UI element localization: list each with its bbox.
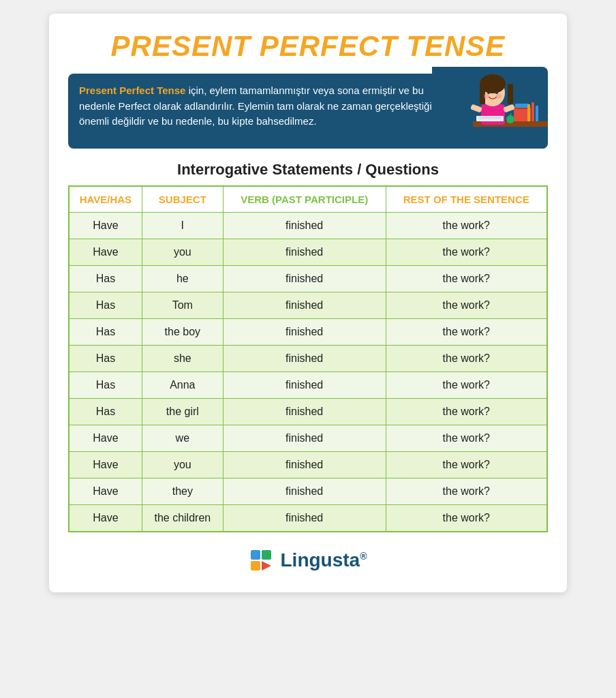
page-title: PRESENT PERFECT TENSE [68,30,548,63]
table-row: HaveIfinishedthe work? [69,213,547,239]
col-header-verb: VERB (past participle) [223,186,386,213]
main-card: PRESENT PERFECT TENSE Present Perfect Te… [49,14,567,592]
table-row: Havetheyfinishedthe work? [69,479,547,505]
cell-rest: the work? [386,346,547,372]
svg-rect-4 [515,104,529,108]
svg-point-5 [506,115,514,123]
table-row: HasTomfinishedthe work? [69,292,547,319]
intro-text: Present Perfect Tense için, eylem tamaml… [79,83,432,130]
svg-rect-25 [251,550,260,560]
cell-have: Have [69,425,142,452]
svg-rect-8 [532,102,534,121]
intro-box: Present Perfect Tense için, eylem tamaml… [68,74,548,149]
girl-illustration [432,67,548,149]
table-header-row: HAVE/HAS SUBJECT VERB (past participle) … [69,186,547,213]
cell-subject: the children [142,505,223,532]
table-row: Haveyoufinishedthe work? [69,239,547,266]
cell-subject: they [142,479,223,505]
intro-highlight: Present Perfect Tense [79,85,185,96]
cell-verb: finished [223,292,386,319]
cell-rest: the work? [386,399,547,425]
cell-have: Has [69,399,142,425]
grammar-table: HAVE/HAS SUBJECT VERB (past participle) … [68,185,548,532]
logo-icon [249,547,275,573]
col-header-subject: SUBJECT [142,186,223,213]
cell-verb: finished [223,479,386,505]
cell-have: Have [69,505,142,532]
cell-verb: finished [223,372,386,399]
cell-subject: you [142,452,223,479]
cell-rest: the work? [386,452,547,479]
cell-have: Have [69,452,142,479]
cell-rest: the work? [386,425,547,452]
cell-verb: finished [223,425,386,452]
cell-subject: the girl [142,399,223,425]
cell-subject: the boy [142,319,223,346]
svg-marker-27 [262,561,271,571]
cell-have: Have [69,479,142,505]
cell-have: Has [69,266,142,292]
cell-have: Have [69,239,142,266]
cell-have: Has [69,292,142,319]
svg-rect-14 [508,84,513,104]
cell-rest: the work? [386,266,547,292]
table-row: Havewefinishedthe work? [69,425,547,452]
table-row: HasAnnafinishedthe work? [69,372,547,399]
cell-subject: Anna [142,372,223,399]
table-row: Hasshefinishedthe work? [69,346,547,372]
logo-registered: ® [360,551,367,562]
cell-verb: finished [223,213,386,239]
svg-rect-10 [481,104,505,125]
cell-verb: finished [223,399,386,425]
svg-point-17 [484,93,489,99]
logo-name: Lingusta® [281,549,367,571]
svg-rect-13 [480,84,485,104]
svg-line-6 [510,113,511,115]
footer: Lingusta® [68,547,548,573]
table-row: Hasthe boyfinishedthe work? [69,319,547,346]
cell-verb: finished [223,239,386,266]
cell-rest: the work? [386,479,547,505]
cell-verb: finished [223,505,386,532]
cell-subject: she [142,346,223,372]
table-row: Havethe childrenfinishedthe work? [69,505,547,532]
section-title: Interrogative Statements / Questions [68,161,548,179]
cell-subject: he [142,266,223,292]
cell-have: Has [69,346,142,372]
cell-rest: the work? [386,505,547,532]
cell-rest: the work? [386,239,547,266]
svg-rect-26 [262,550,271,560]
table-row: Haveyoufinishedthe work? [69,452,547,479]
cell-rest: the work? [386,213,547,239]
cell-verb: finished [223,266,386,292]
cell-verb: finished [223,452,386,479]
table-row: Hashefinishedthe work? [69,266,547,292]
cell-rest: the work? [386,319,547,346]
svg-rect-9 [536,106,538,121]
cell-have: Has [69,319,142,346]
cell-rest: the work? [386,372,547,399]
cell-verb: finished [223,319,386,346]
cell-have: Has [69,372,142,399]
cell-subject: I [142,213,223,239]
cell-subject: you [142,239,223,266]
col-header-have: HAVE/HAS [69,186,142,213]
cell-rest: the work? [386,292,547,319]
svg-rect-7 [527,104,530,121]
cell-verb: finished [223,346,386,372]
svg-point-18 [496,93,502,99]
cell-subject: Tom [142,292,223,319]
table-row: Hasthe girlfinishedthe work? [69,399,547,425]
cell-subject: we [142,425,223,452]
svg-rect-24 [251,561,260,571]
cell-have: Have [69,213,142,239]
col-header-rest: REST OF THE SENTENCE [386,186,547,213]
